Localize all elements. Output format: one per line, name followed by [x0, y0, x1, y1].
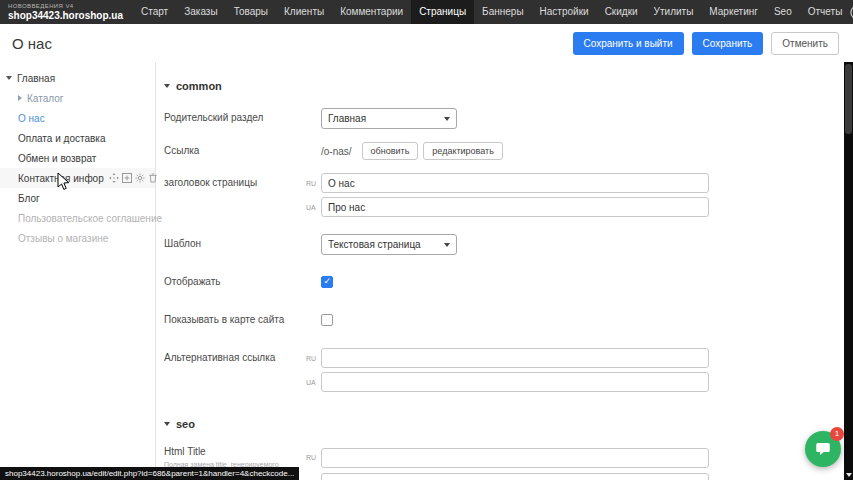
tree-item-label: Обмен и возврат	[18, 153, 96, 164]
settings-gear-icon[interactable]	[135, 173, 145, 183]
sitemap-checkbox[interactable]	[321, 314, 333, 326]
collapse-caret-icon[interactable]	[6, 76, 12, 80]
tree-item-label: Каталог	[27, 93, 63, 104]
menu-item-clients[interactable]: Клиенты	[276, 0, 332, 24]
tree-item-label: Оплата и доставка	[18, 133, 105, 144]
page-title-ru-input[interactable]	[321, 173, 709, 193]
chevron-down-icon	[444, 117, 450, 121]
chevron-down-icon	[444, 243, 450, 247]
move-icon[interactable]	[109, 173, 119, 183]
field-label: Ссылка	[164, 145, 306, 158]
tree-item-contact-info[interactable]: Контактная инфор	[0, 168, 155, 188]
menu-item-utilities[interactable]: Утилиты	[646, 0, 702, 24]
section-common-header[interactable]: common	[164, 80, 844, 92]
menu-item-start[interactable]: Старт	[133, 0, 176, 24]
field-html-title-ru: Html Title Полная замена title, генериру…	[164, 446, 844, 469]
field-link: Ссылка /o-nas/ обновить редактировать	[164, 141, 844, 161]
page-scrollbar[interactable]	[844, 62, 853, 480]
tree-item-store-reviews[interactable]: Отзывы о магазине	[0, 228, 155, 248]
link-value: /o-nas/	[321, 146, 352, 157]
refresh-link-button[interactable]: обновить	[362, 142, 419, 160]
menu-item-orders[interactable]: Заказы	[176, 0, 225, 24]
field-label: Альтернативная ссылка	[164, 352, 306, 365]
page-edit-form: common Родительский раздел Главная Ссылк…	[157, 62, 844, 480]
menu-item-seo[interactable]: Seo	[766, 0, 800, 24]
add-page-icon[interactable]	[122, 173, 132, 183]
field-alt-link-ua: UA	[164, 372, 844, 392]
select-value: Главная	[328, 113, 366, 124]
delete-trash-icon[interactable]	[148, 173, 158, 183]
browser-status-bar: shop34423.horoshop.ua/edit/edit.php?id=6…	[0, 467, 299, 480]
field-alt-link-ru: Альтернативная ссылка RU	[164, 348, 844, 368]
scrollbar-thumb[interactable]	[845, 64, 852, 134]
menu-item-discounts[interactable]: Скидки	[597, 0, 646, 24]
display-checkbox[interactable]	[321, 276, 333, 288]
menu-item-banners[interactable]: Баннеры	[474, 0, 531, 24]
parent-section-select[interactable]: Главная	[321, 108, 457, 129]
field-label-text: Html Title	[164, 446, 206, 457]
menu-item-pages[interactable]: Страницы	[411, 0, 474, 24]
chat-widget-button[interactable]: 1	[805, 431, 841, 467]
tree-item-label: Главная	[17, 73, 55, 84]
select-value: Текстовая страница	[328, 239, 421, 250]
tree-item-actions	[109, 173, 158, 183]
page-title-ua-input[interactable]	[321, 197, 709, 217]
lang-tag-ua: UA	[306, 379, 321, 386]
lang-tag-ua: UA	[306, 204, 321, 211]
header-actions: Сохранить и выйти Сохранить Отменить	[573, 32, 842, 55]
lang-tag-ru: RU	[306, 355, 321, 362]
tree-item-user-agreement[interactable]: Пользовательское соглашение	[0, 208, 155, 228]
chat-bubble-icon	[814, 440, 832, 458]
expand-caret-icon[interactable]	[18, 95, 22, 101]
menu-item-settings[interactable]: Настройки	[532, 0, 597, 24]
tree-item-label: Пользовательское соглашение	[18, 213, 162, 224]
html-title-ru-input[interactable]	[321, 448, 709, 468]
field-label: Показывать в карте сайта	[164, 314, 306, 327]
lang-tag-ru: RU	[306, 180, 321, 187]
tree-item-about-us[interactable]: О нас	[0, 108, 155, 128]
section-seo-header[interactable]: seo	[164, 418, 844, 430]
field-page-title-ru: заголовок страницы RU	[164, 173, 844, 193]
menu-item-products[interactable]: Товары	[226, 0, 276, 24]
section-collapse-icon[interactable]	[164, 84, 170, 88]
menu-item-comments[interactable]: Комментарии	[332, 0, 411, 24]
edit-link-button[interactable]: редактировать	[423, 142, 503, 160]
page-header: О нас Сохранить и выйти Сохранить Отмени…	[0, 24, 853, 62]
main-menu: Старт Заказы Товары Клиенты Комментарии …	[133, 0, 850, 24]
field-label: Html Title Полная замена title, генериру…	[164, 446, 306, 469]
alt-link-ua-input[interactable]	[321, 372, 709, 392]
field-label: Родительский раздел	[164, 112, 306, 125]
tree-item-payment-delivery[interactable]: Оплата и доставка	[0, 128, 155, 148]
tree-item-exchange-return[interactable]: Обмен и возврат	[0, 148, 155, 168]
tree-item-catalog[interactable]: Каталог	[0, 88, 155, 108]
field-label: Отображать	[164, 276, 306, 289]
section-collapse-icon[interactable]	[164, 422, 170, 426]
tree-item-label: Контактная инфор	[18, 173, 104, 184]
tree-item-home[interactable]: Главная	[0, 68, 155, 88]
cancel-button[interactable]: Отменить	[771, 32, 839, 55]
field-parent-section: Родительский раздел Главная	[164, 108, 844, 129]
tree-item-label: Блог	[18, 193, 40, 204]
tree-item-blog[interactable]: Блог	[0, 188, 155, 208]
field-display: Отображать	[164, 272, 844, 292]
field-label: Шаблон	[164, 238, 306, 251]
field-sitemap: Показывать в карте сайта	[164, 310, 844, 330]
section-title: common	[176, 80, 222, 92]
tree-item-label: О нас	[18, 113, 45, 124]
template-select[interactable]: Текстовая страница	[321, 234, 457, 255]
logo[interactable]: НОВОВВЕДЕНИЯ V4 shop34423.horoshop.ua	[0, 3, 133, 21]
logo-domain: shop34423.horoshop.ua	[8, 10, 123, 21]
save-button[interactable]: Сохранить	[692, 32, 764, 55]
chat-unread-badge: 1	[830, 427, 844, 441]
page-title: О нас	[12, 35, 52, 52]
lang-tag-ru: RU	[306, 454, 321, 461]
alt-link-ru-input[interactable]	[321, 348, 709, 368]
scroll-down-arrow-icon[interactable]	[846, 473, 852, 477]
tree-item-label: Отзывы о магазине	[18, 233, 108, 244]
save-and-exit-button[interactable]: Сохранить и выйти	[573, 32, 684, 55]
section-title: seo	[176, 418, 195, 430]
topbar: НОВОВВЕДЕНИЯ V4 shop34423.horoshop.ua Ст…	[0, 0, 853, 24]
menu-item-reports[interactable]: Отчеты	[800, 0, 851, 24]
menu-item-marketing[interactable]: Маркетинг	[701, 0, 766, 24]
html-title-ua-input[interactable]	[321, 473, 709, 480]
